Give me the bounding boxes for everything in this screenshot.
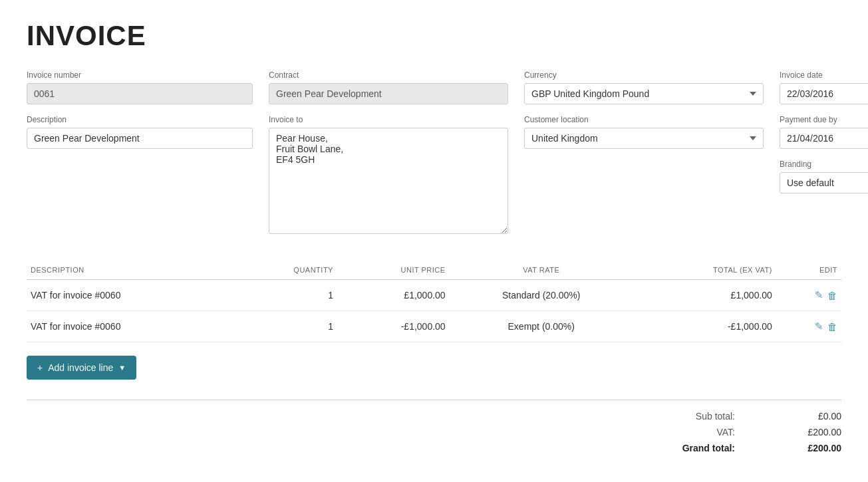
grand-total-row: Grand total: £200.00	[655, 443, 841, 453]
row-vat-rate: Exempt (0.00%)	[450, 311, 633, 342]
vat-label: VAT:	[655, 427, 735, 437]
row-unit-price: -£1,000.00	[337, 311, 450, 342]
invoice-date-label: Invoice date	[780, 70, 868, 80]
chevron-down-icon: ▼	[118, 364, 126, 372]
invoice-number-group: Invoice number	[27, 70, 253, 104]
branding-group: Branding Use default	[780, 160, 868, 193]
customer-location-label: Customer location	[524, 115, 764, 124]
invoice-to-label: Invoice to	[269, 115, 508, 124]
row-quantity: 1	[235, 280, 337, 311]
invoice-number-input	[27, 83, 253, 104]
row-edit-cell: ✎ 🗑	[776, 280, 841, 311]
edit-icon[interactable]: ✎	[815, 320, 823, 332]
totals-section: Sub total: £0.00 VAT: £200.00 Grand tota…	[27, 400, 841, 453]
delete-icon[interactable]: 🗑	[827, 321, 837, 332]
invoice-number-label: Invoice number	[27, 70, 253, 80]
row-unit-price: £1,000.00	[337, 280, 450, 311]
col-edit: EDIT	[776, 261, 841, 280]
row-description: VAT for invoice #0060	[27, 280, 235, 311]
branding-select[interactable]: Use default	[780, 172, 868, 193]
sub-total-value: £0.00	[788, 411, 841, 422]
currency-group: Currency GBP United Kingdom Pound	[524, 70, 764, 104]
payment-due-input[interactable]	[780, 128, 868, 149]
add-invoice-line-button[interactable]: + Add invoice line ▼	[27, 356, 136, 380]
invoice-date-input[interactable]	[780, 83, 868, 104]
add-icon: +	[37, 362, 43, 373]
col-unit-price: UNIT PRICE	[337, 261, 450, 280]
vat-row: VAT: £200.00	[655, 427, 841, 437]
row-edit-cell: ✎ 🗑	[776, 311, 841, 342]
invoice-form: Invoice number Contract Currency GBP Uni…	[27, 70, 841, 234]
col-total-ex-vat: TOTAL (EX VAT)	[633, 261, 776, 280]
row-description: VAT for invoice #0060	[27, 311, 235, 342]
grand-total-value: £200.00	[788, 443, 841, 453]
invoice-table: DESCRIPTION QUANTITY UNIT PRICE VAT RATE…	[27, 261, 841, 342]
sub-total-label: Sub total:	[655, 411, 735, 422]
currency-label: Currency	[524, 70, 764, 80]
customer-location-group: Customer location United Kingdom	[524, 115, 764, 234]
col-description: DESCRIPTION	[27, 261, 235, 280]
page-title: INVOICE	[27, 20, 841, 52]
sub-total-row: Sub total: £0.00	[655, 411, 841, 422]
description-label: Description	[27, 115, 253, 124]
branding-label: Branding	[780, 160, 868, 169]
table-row: VAT for invoice #0060 1 -£1,000.00 Exemp…	[27, 311, 841, 342]
payment-due-label: Payment due by	[780, 115, 868, 124]
description-input[interactable]	[27, 128, 253, 149]
description-group: Description	[27, 115, 253, 234]
vat-value: £200.00	[788, 427, 841, 437]
col-quantity: QUANTITY	[235, 261, 337, 280]
edit-icon[interactable]: ✎	[815, 289, 823, 301]
payment-due-group: Payment due by	[780, 115, 868, 149]
customer-location-select[interactable]: United Kingdom	[524, 128, 764, 149]
invoice-to-textarea[interactable]	[269, 128, 508, 234]
invoice-date-group: Invoice date	[780, 70, 868, 104]
grand-total-label: Grand total:	[655, 443, 735, 453]
invoice-to-group: Invoice to	[269, 115, 508, 234]
row-total-ex-vat: -£1,000.00	[633, 311, 776, 342]
add-invoice-line-label: Add invoice line	[48, 362, 113, 373]
contract-input	[269, 83, 508, 104]
table-row: VAT for invoice #0060 1 £1,000.00 Standa…	[27, 280, 841, 311]
row-quantity: 1	[235, 311, 337, 342]
col-vat-rate: VAT RATE	[450, 261, 633, 280]
contract-label: Contract	[269, 70, 508, 80]
contract-group: Contract	[269, 70, 508, 104]
delete-icon[interactable]: 🗑	[827, 290, 837, 301]
right-column: Payment due by Branding Use default	[780, 115, 868, 234]
row-total-ex-vat: £1,000.00	[633, 280, 776, 311]
currency-select[interactable]: GBP United Kingdom Pound	[524, 83, 764, 104]
row-vat-rate: Standard (20.00%)	[450, 280, 633, 311]
